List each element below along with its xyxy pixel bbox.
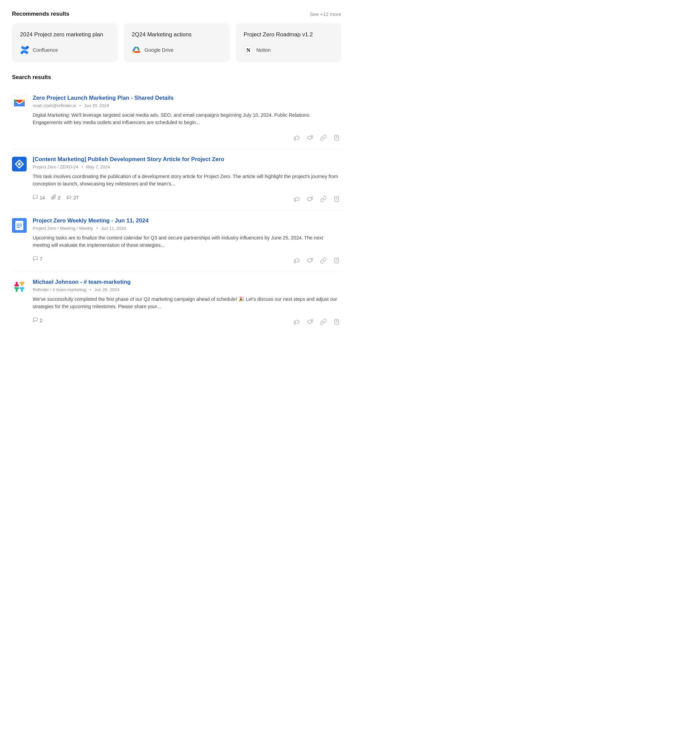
thumbs-down-button-3[interactable] xyxy=(305,256,315,265)
search-results-title: Search results xyxy=(12,74,341,81)
see-more-button[interactable]: See +12 more xyxy=(310,11,341,17)
recommends-title: Recommends results xyxy=(12,10,69,17)
link-button-1[interactable] xyxy=(319,133,328,142)
result-title-2[interactable]: [Content Marketing] Publish Development … xyxy=(33,156,341,163)
recommend-card-source-2: Google Drive xyxy=(132,45,221,55)
result-content-1: Zero Project Launch Marketing Plan - Sha… xyxy=(33,95,341,142)
recommend-card-notion[interactable]: Project Zero Roadmap v1.2 N Notion xyxy=(236,23,341,62)
result-author-2: Project Zero / ZERO-24 xyxy=(33,165,78,169)
link-button-2[interactable] xyxy=(319,194,328,204)
svg-rect-30 xyxy=(335,319,339,324)
link-button-4[interactable] xyxy=(319,317,328,326)
result-title-1[interactable]: Zero Project Launch Marketing Plan - Sha… xyxy=(33,95,341,102)
svg-rect-21 xyxy=(12,280,27,294)
result-snippet-2: This task involves coordinating the publ… xyxy=(33,173,341,188)
save-button-3[interactable] xyxy=(332,256,341,265)
like-count-2: 27 xyxy=(73,195,79,200)
like-icon-2 xyxy=(66,194,72,201)
result-actions-2 xyxy=(292,194,341,204)
result-snippet-3: Upcoming tasks are to finalize the conte… xyxy=(33,234,341,249)
result-footer-4: 2 xyxy=(33,314,341,326)
result-title-4[interactable]: Michael Johnson - # team-marketing xyxy=(33,279,341,286)
result-meta-3: Project Zero / Meeting / Weekly • Jun 11… xyxy=(33,226,341,231)
save-button-4[interactable] xyxy=(332,317,341,326)
result-author-4: Refinder / # team-marketing xyxy=(33,287,87,292)
recommend-card-gdrive[interactable]: 2Q24 Marketing actions Google Drive xyxy=(124,23,229,62)
notion-icon: N xyxy=(244,45,253,55)
svg-rect-25 xyxy=(16,288,18,292)
recommend-source-label-2: Google Drive xyxy=(144,47,174,53)
comment-count-3: 7 xyxy=(40,256,42,262)
result-actions-1 xyxy=(292,133,341,142)
result-footer-1 xyxy=(33,130,341,142)
search-results-section: Search results Zero Project Launch Marke… xyxy=(12,74,341,333)
result-date-2: May 7, 2024 xyxy=(86,165,110,169)
comment-icon-4 xyxy=(33,317,38,323)
search-result-item-2: [Content Marketing] Publish Development … xyxy=(12,150,341,211)
thumbs-up-button-1[interactable] xyxy=(292,133,301,142)
result-date-4: Jun 26, 2024 xyxy=(94,287,119,292)
result-content-3: Project Zero Weekly Meeting - Jun 11, 20… xyxy=(33,217,341,265)
thumbs-up-button-2[interactable] xyxy=(292,194,301,204)
recommend-card-confluence[interactable]: 2024 Project zero marketing plan Conflue… xyxy=(12,23,118,62)
result-content-4: Michael Johnson - # team-marketing Refin… xyxy=(33,279,341,326)
recommend-card-source-1: Confluence xyxy=(20,45,110,55)
google-drive-icon xyxy=(132,45,141,55)
attachment-icon-2 xyxy=(51,194,56,201)
search-result-item-3: Project Zero Weekly Meeting - Jun 11, 20… xyxy=(12,211,341,272)
result-footer-2: 14 2 27 xyxy=(33,192,341,204)
result-author-3: Project Zero / Meeting / Weekly xyxy=(33,226,93,231)
recommend-source-label-1: Confluence xyxy=(33,47,58,53)
comment-count-2: 14 xyxy=(40,195,45,200)
result-actions-3 xyxy=(292,256,341,265)
search-result-item-4: Michael Johnson - # team-marketing Refin… xyxy=(12,272,341,333)
svg-rect-23 xyxy=(14,284,19,286)
comment-icon-3 xyxy=(33,256,38,262)
svg-text:N: N xyxy=(246,47,250,53)
recommend-source-label-3: Notion xyxy=(256,47,271,53)
recommend-card-title-2: 2Q24 Marketing actions xyxy=(132,31,221,39)
result-stats-4: 2 xyxy=(33,317,42,323)
save-button-1[interactable] xyxy=(332,133,341,142)
result-meta-1: noah.clark@refinder.ai • Jun 20, 2024 xyxy=(33,103,341,108)
result-footer-3: 7 xyxy=(33,253,341,265)
svg-rect-29 xyxy=(20,287,24,289)
thumbs-down-button-1[interactable] xyxy=(305,133,315,142)
result-date-1: Jun 20, 2024 xyxy=(84,103,109,108)
svg-rect-17 xyxy=(335,258,339,263)
comment-count-4: 2 xyxy=(40,318,42,323)
save-button-2[interactable] xyxy=(332,194,341,204)
svg-rect-3 xyxy=(335,135,339,140)
recommend-card-title-3: Project Zero Roadmap v1.2 xyxy=(244,31,333,39)
confluence-icon xyxy=(20,45,29,55)
comments-stat-4: 2 xyxy=(33,317,42,323)
comments-stat-3: 7 xyxy=(33,256,42,262)
jira-logo xyxy=(12,157,27,171)
link-button-3[interactable] xyxy=(319,256,328,265)
thumbs-down-button-2[interactable] xyxy=(305,194,315,204)
result-meta-4: Refinder / # team-marketing • Jun 26, 20… xyxy=(33,287,341,292)
recommends-header: Recommends results See +12 more xyxy=(12,10,341,17)
recommend-card-title-1: 2024 Project zero marketing plan xyxy=(20,31,110,39)
thumbs-up-button-3[interactable] xyxy=(292,256,301,265)
result-meta-2: Project Zero / ZERO-24 • May 7, 2024 xyxy=(33,165,341,169)
gmail-logo xyxy=(12,96,27,110)
comments-stat-2: 14 xyxy=(33,194,45,201)
slack-logo xyxy=(12,280,27,294)
thumbs-up-button-4[interactable] xyxy=(292,317,301,326)
result-content-2: [Content Marketing] Publish Development … xyxy=(33,156,341,204)
recommend-cards-container: 2024 Project zero marketing plan Conflue… xyxy=(12,23,341,62)
svg-rect-27 xyxy=(21,282,23,286)
result-stats-3: 7 xyxy=(33,256,42,262)
result-snippet-1: Digital Marketing: We'll leverage target… xyxy=(33,111,341,126)
attachments-stat-2: 2 xyxy=(51,194,61,201)
svg-rect-8 xyxy=(335,196,339,201)
result-stats-2: 14 2 27 xyxy=(33,194,79,201)
result-snippet-4: We've successfully completed the first p… xyxy=(33,295,341,310)
recommend-card-source-3: N Notion xyxy=(244,45,333,55)
result-title-3[interactable]: Project Zero Weekly Meeting - Jun 11, 20… xyxy=(33,217,341,224)
result-date-3: Jun 11, 2024 xyxy=(101,226,126,231)
gdocs-logo xyxy=(12,218,27,233)
result-actions-4 xyxy=(292,317,341,326)
thumbs-down-button-4[interactable] xyxy=(305,317,315,326)
